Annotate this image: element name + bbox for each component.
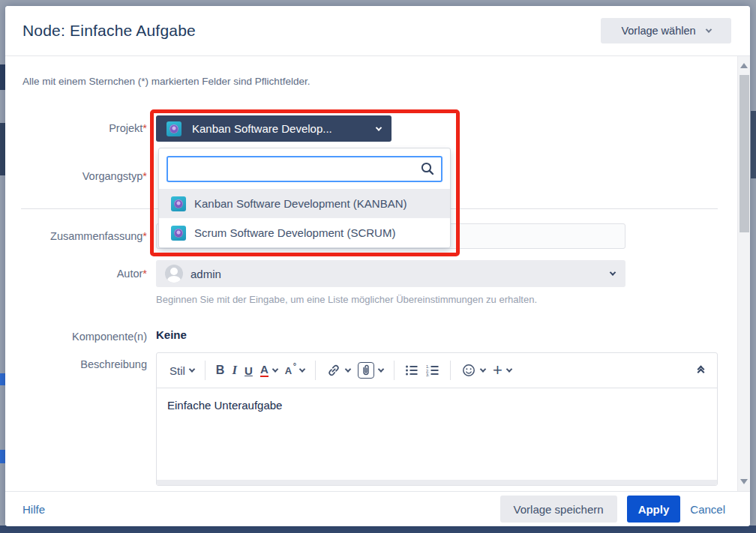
summary-label: Zusammenfassung* xyxy=(5,223,147,249)
chevron-down-icon xyxy=(610,269,616,275)
search-icon xyxy=(419,160,436,177)
background-fragment xyxy=(751,111,756,178)
italic-button[interactable]: I xyxy=(228,360,241,381)
choose-template-button[interactable]: Vorlage wählen xyxy=(601,18,731,43)
required-asterisk: * xyxy=(142,122,147,134)
emoji-button[interactable] xyxy=(458,360,489,381)
svg-text:3.: 3. xyxy=(426,373,430,376)
background-page-edge xyxy=(0,526,756,533)
choose-template-label: Vorlage wählen xyxy=(621,25,695,37)
required-fields-hint: Alle mit einem Sternchen (*) markierten … xyxy=(22,76,310,87)
smiley-icon xyxy=(461,363,476,378)
user-avatar-icon xyxy=(165,265,183,283)
project-option-scrum[interactable]: Scrum Software Development (SCRUM) xyxy=(159,218,450,247)
editor-bottom-strip xyxy=(157,480,717,485)
plus-icon: + xyxy=(493,364,502,376)
dialog-body: Alle mit einem Sternchen (*) markierten … xyxy=(5,56,737,491)
scrollbar-thumb[interactable] xyxy=(740,75,749,232)
dialog-footer: Hilfe Vorlage speichern Apply Cancel xyxy=(5,491,750,526)
project-search-input[interactable] xyxy=(166,156,442,182)
bold-button[interactable]: B xyxy=(212,361,229,380)
bullet-list-button[interactable] xyxy=(401,361,422,379)
components-value: Keine xyxy=(156,328,187,341)
project-option-label: Scrum Software Development (SCRUM) xyxy=(194,226,395,239)
text-color-button[interactable]: A xyxy=(256,361,281,380)
numbered-list-button[interactable]: 1. 2. 3. xyxy=(422,361,443,379)
chevron-down-icon xyxy=(506,366,512,372)
author-helper-text: Beginnen Sie mit der Eingabe, um eine Li… xyxy=(156,294,537,305)
project-label: Projekt* xyxy=(5,115,147,142)
chevron-down-icon xyxy=(480,366,486,372)
project-avatar-icon xyxy=(171,196,186,211)
background-fragment xyxy=(0,64,5,90)
help-link[interactable]: Hilfe xyxy=(22,503,45,516)
project-option-kanban[interactable]: Kanban Software Development (KANBAN) xyxy=(159,189,450,218)
link-icon xyxy=(326,363,341,378)
numbered-list-icon: 1. 2. 3. xyxy=(426,364,440,376)
project-avatar-icon xyxy=(166,121,182,136)
scroll-down-arrow[interactable] xyxy=(740,479,748,484)
project-avatar-icon xyxy=(171,226,186,241)
required-asterisk: * xyxy=(142,170,147,182)
underline-button[interactable]: U xyxy=(241,361,256,380)
chevron-down-icon xyxy=(299,366,305,372)
dialog-header: Node: Einfache Aufgabe Vorlage wählen xyxy=(5,6,750,56)
paperclip-icon xyxy=(358,362,374,379)
project-select-value: Kanban Software Develop... xyxy=(192,122,366,135)
description-label: Beschreibung xyxy=(5,356,147,373)
scroll-up-arrow[interactable] xyxy=(740,63,748,68)
vertical-scrollbar[interactable] xyxy=(737,56,750,491)
project-select[interactable]: Kanban Software Develop... xyxy=(156,115,392,142)
background-fragment xyxy=(0,123,5,175)
issue-type-label: Vorgangstyp* xyxy=(5,163,147,190)
project-dropdown-panel: Kanban Software Development (KANBAN) Scr… xyxy=(158,148,451,248)
project-search xyxy=(166,156,442,182)
author-label: Autor* xyxy=(5,260,147,287)
apply-button[interactable]: Apply xyxy=(627,496,681,523)
description-editor: Stil B I U A A xyxy=(156,352,718,486)
chevron-down-icon xyxy=(345,366,351,372)
required-asterisk: * xyxy=(142,268,147,280)
toolbar-separator xyxy=(205,361,206,380)
project-option-label: Kanban Software Development (KANBAN) xyxy=(194,197,406,210)
bullet-list-icon xyxy=(405,364,418,376)
chevron-down-icon xyxy=(376,124,382,130)
attachment-button[interactable] xyxy=(354,359,387,382)
author-select[interactable]: admin xyxy=(156,260,626,287)
description-text-area[interactable]: Einfache Unteraufgabe xyxy=(157,388,717,475)
author-value: admin xyxy=(190,268,603,280)
style-dropdown[interactable]: Stil xyxy=(166,361,198,380)
char-style-button[interactable]: A xyxy=(281,362,308,379)
save-template-button[interactable]: Vorlage speichern xyxy=(500,496,617,523)
collapse-toolbar-button[interactable] xyxy=(695,364,706,378)
cancel-button[interactable]: Cancel xyxy=(690,503,725,516)
background-fragment xyxy=(0,450,5,463)
chevron-down-icon xyxy=(378,366,384,372)
toolbar-separator xyxy=(394,361,394,380)
dialog-title: Node: Einfache Aufgabe xyxy=(22,22,196,40)
chevron-down-icon xyxy=(705,26,711,32)
insert-more-button[interactable]: + xyxy=(489,361,515,379)
footer-actions: Vorlage speichern Apply Cancel xyxy=(500,496,725,523)
toolbar-separator xyxy=(450,361,451,380)
link-button[interactable] xyxy=(322,360,354,381)
chevron-down-icon xyxy=(189,366,195,372)
toolbar-separator xyxy=(315,361,316,380)
project-option-list: Kanban Software Development (KANBAN) Scr… xyxy=(159,189,450,247)
chevron-down-icon xyxy=(272,366,278,372)
create-issue-dialog: Node: Einfache Aufgabe Vorlage wählen Al… xyxy=(5,6,750,526)
components-label: Komponente(n) xyxy=(5,328,147,345)
required-asterisk: * xyxy=(142,230,147,242)
background-fragment xyxy=(0,373,5,385)
editor-toolbar: Stil B I U A A xyxy=(157,353,717,388)
